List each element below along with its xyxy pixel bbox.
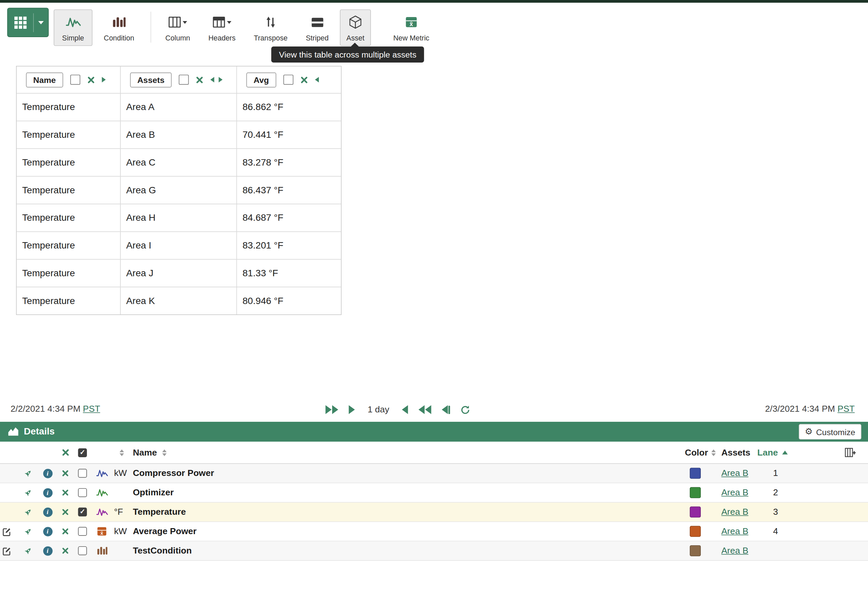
move-column-right-icon[interactable] xyxy=(219,77,223,83)
cell-asset: Area C xyxy=(121,149,237,176)
asset-cell: Area B xyxy=(716,503,754,522)
toolbar-button-new-metric[interactable]: x̄ New Metric xyxy=(386,9,436,46)
cell-avg: 83.278 °F xyxy=(237,149,341,176)
range-start-timezone-link[interactable]: PST xyxy=(83,404,100,413)
rocket-icon[interactable] xyxy=(23,546,32,556)
cell-avg: 83.201 °F xyxy=(237,232,341,259)
item-checkbox[interactable] xyxy=(78,527,87,536)
edit-icon[interactable] xyxy=(2,527,12,536)
column-assets-checkbox[interactable] xyxy=(179,75,189,85)
rocket-icon[interactable] xyxy=(23,488,32,497)
item-checkbox[interactable] xyxy=(78,546,87,555)
remove-all-icon[interactable] xyxy=(58,442,73,464)
toolbar: Simple Condition Column xyxy=(0,3,868,48)
table-row: Temperature Area C 83.278 °F xyxy=(17,149,341,176)
range-end-timezone-link[interactable]: PST xyxy=(838,404,855,413)
range-start-datetime[interactable]: 2/2/2021 4:34 PM xyxy=(10,404,80,413)
color-swatch[interactable] xyxy=(689,526,700,537)
sort-by-lane-header[interactable]: Lane xyxy=(754,442,797,464)
toolbar-button-column[interactable]: Column xyxy=(159,9,196,46)
signal-icon xyxy=(92,464,112,483)
sort-by-color-header[interactable]: Color xyxy=(674,442,716,464)
remove-item-icon[interactable] xyxy=(58,483,73,502)
asset-link[interactable]: Area B xyxy=(716,526,748,537)
remove-item-icon[interactable] xyxy=(58,464,73,483)
color-swatch[interactable] xyxy=(689,467,700,479)
item-name: Optimizer xyxy=(132,483,674,502)
move-column-right-icon[interactable] xyxy=(102,77,106,83)
column-avg-checkbox[interactable] xyxy=(283,75,293,85)
chevron-down-icon xyxy=(183,21,187,24)
item-checkbox[interactable] xyxy=(78,488,87,497)
table-columns-icon xyxy=(168,15,187,30)
color-swatch[interactable] xyxy=(689,506,700,517)
step-to-end-icon[interactable] xyxy=(442,405,450,414)
move-column-left-icon[interactable] xyxy=(315,77,319,83)
step-forward-full-icon[interactable] xyxy=(418,405,431,414)
top-window-strip xyxy=(0,0,868,3)
info-icon[interactable]: i xyxy=(43,507,52,517)
table-view-dropdown-button[interactable] xyxy=(7,8,49,37)
info-icon[interactable]: i xyxy=(43,469,52,478)
asset-link[interactable]: Area B xyxy=(716,488,748,498)
step-forward-half-icon[interactable] xyxy=(402,405,408,414)
asset-link[interactable]: Area B xyxy=(716,546,748,556)
color-swatch[interactable] xyxy=(689,487,700,498)
checkbox-cell xyxy=(73,483,92,502)
add-column-cell xyxy=(797,442,868,464)
striped-rows-icon xyxy=(311,15,323,30)
sort-unit-icon[interactable] xyxy=(112,442,132,464)
details-row-average-power[interactable]: i x̄ kW Average Power Area B 4 xyxy=(0,522,868,541)
toolbar-button-simple[interactable]: Simple xyxy=(54,9,93,46)
remove-item-icon[interactable] xyxy=(58,503,73,522)
details-row-testcondition[interactable]: i TestCondition Area B xyxy=(0,541,868,561)
info-icon[interactable]: i xyxy=(43,488,52,497)
edit-cell xyxy=(0,541,18,560)
column-assets-handle[interactable]: Assets xyxy=(130,72,171,87)
asset-link[interactable]: Area B xyxy=(716,507,748,517)
customize-button[interactable]: ⚙ Customize xyxy=(799,424,861,439)
edit-icon[interactable] xyxy=(2,546,12,556)
toolbar-button-headers[interactable]: Headers xyxy=(203,9,242,46)
item-checkbox[interactable] xyxy=(78,469,87,478)
details-table: Name Color Assets Lane xyxy=(0,442,868,561)
range-end-datetime[interactable]: 2/3/2021 4:34 PM xyxy=(765,404,835,413)
toolbar-divider xyxy=(151,12,151,43)
item-checkbox[interactable] xyxy=(78,508,87,516)
remove-column-icon[interactable] xyxy=(87,76,94,84)
column-name-checkbox[interactable] xyxy=(70,75,80,85)
column-avg-handle[interactable]: Avg xyxy=(246,72,276,87)
info-icon[interactable]: i xyxy=(43,527,52,536)
color-swatch[interactable] xyxy=(689,545,700,556)
column-name-handle[interactable]: Name xyxy=(26,72,63,87)
remove-column-icon[interactable] xyxy=(300,76,308,84)
refresh-icon[interactable] xyxy=(461,405,470,414)
details-row-temperature[interactable]: i °F Temperature Area B 3 xyxy=(0,503,868,522)
duration-label[interactable]: 1 day xyxy=(368,405,389,415)
toolbar-button-striped[interactable]: Striped xyxy=(300,9,335,46)
move-column-left-icon[interactable] xyxy=(210,77,214,83)
step-back-full-icon[interactable] xyxy=(325,405,338,414)
asset-link[interactable]: Area B xyxy=(716,468,748,478)
select-all-checkbox[interactable] xyxy=(78,448,87,457)
details-row-optimizer[interactable]: i Optimizer Area B 2 xyxy=(0,483,868,503)
item-unit xyxy=(112,541,132,560)
asset-table-header: Name Assets Avg xyxy=(17,66,341,93)
rocket-icon[interactable] xyxy=(23,507,32,517)
toolbar-button-condition[interactable]: Condition xyxy=(97,9,140,46)
step-back-half-icon[interactable] xyxy=(349,405,355,414)
info-icon[interactable]: i xyxy=(43,546,52,556)
cell-avg: 70.441 °F xyxy=(237,121,341,148)
sort-by-name-header[interactable]: Name xyxy=(132,442,674,464)
remove-item-icon[interactable] xyxy=(58,522,73,541)
details-row-compressor-power[interactable]: i kW Compressor Power Area B 1 xyxy=(0,464,868,483)
assets-column-header[interactable]: Assets xyxy=(716,442,754,464)
rocket-icon[interactable] xyxy=(23,469,32,478)
add-table-column-icon[interactable] xyxy=(844,448,856,458)
cell-asset: Area J xyxy=(121,259,237,287)
rocket-icon[interactable] xyxy=(23,527,32,536)
toolbar-button-asset[interactable]: Asset xyxy=(340,9,371,46)
remove-column-icon[interactable] xyxy=(196,76,204,84)
remove-item-icon[interactable] xyxy=(58,541,73,560)
toolbar-button-transpose[interactable]: Transpose xyxy=(248,9,293,46)
